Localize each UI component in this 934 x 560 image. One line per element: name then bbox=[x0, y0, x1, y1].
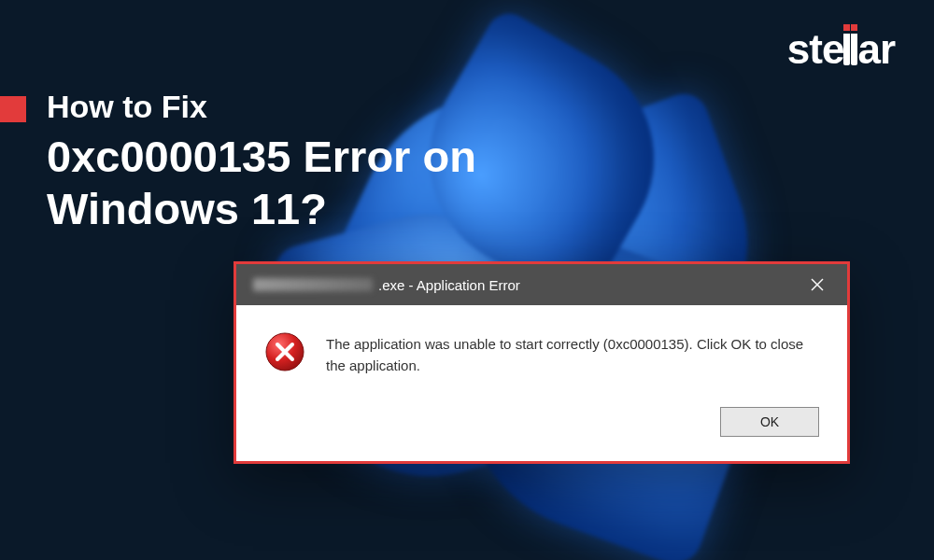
dialog-body: The application was unable to start corr… bbox=[236, 305, 847, 399]
heading-line-3: Windows 11? bbox=[47, 183, 476, 234]
stellar-logo: ste ar bbox=[787, 26, 895, 73]
heading-line-1: How to Fix bbox=[47, 89, 476, 125]
dialog-message: The application was unable to start corr… bbox=[326, 331, 819, 377]
dialog-title: .exe - Application Error bbox=[253, 277, 520, 293]
ok-button[interactable]: OK bbox=[720, 407, 819, 437]
close-icon bbox=[811, 278, 824, 291]
hero-heading: How to Fix 0xc0000135 Error on Windows 1… bbox=[47, 89, 476, 234]
dialog-titlebar: .exe - Application Error bbox=[236, 264, 847, 305]
error-icon bbox=[264, 331, 305, 372]
heading-line-2: 0xc0000135 Error on bbox=[47, 131, 476, 182]
accent-bar bbox=[0, 96, 26, 122]
dialog-title-suffix: .exe - Application Error bbox=[378, 277, 520, 293]
error-dialog: .exe - Application Error The application… bbox=[234, 261, 850, 464]
close-button[interactable] bbox=[800, 268, 834, 301]
redacted-app-name bbox=[253, 278, 373, 291]
dialog-footer: OK bbox=[236, 399, 847, 461]
